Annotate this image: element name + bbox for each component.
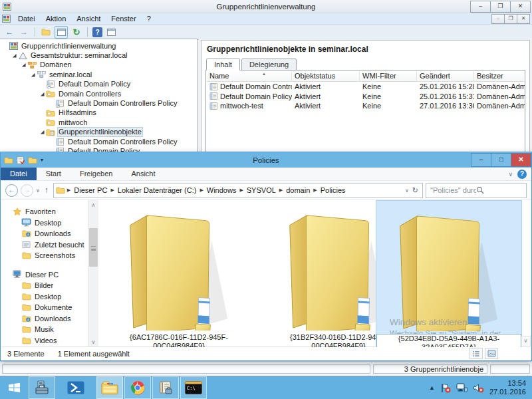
tree-item[interactable]: Gruppenrichtlinienobjekte [0,128,197,137]
mdi-restore-button[interactable]: ❐ [504,14,517,24]
show-console-tree-icon[interactable] [55,26,68,39]
tree-item[interactable]: Default Domain Policy [0,80,197,89]
tree-item-label[interactable]: Gesamtstruktur: seminar.local [29,51,129,60]
menu-item-help[interactable]: ? [142,15,156,23]
sidebar-item-desktop[interactable]: Desktop [1,291,88,303]
breadcrumb-segment[interactable]: SYSVOL [244,186,279,194]
sidebar-item-downloads[interactable]: Downloads [1,228,88,239]
ribbon-expand-chevron-icon[interactable]: ∨ [508,171,513,178]
new-window-icon[interactable] [105,27,117,38]
tree-item[interactable]: seminar.local [0,70,197,79]
qat-new-folder-icon[interactable] [28,156,37,164]
tree-item-label[interactable]: Default Domain Controllers Policy [66,138,178,146]
gpo-cell[interactable]: mittwoch-test [207,102,292,110]
search-icon[interactable] [476,186,522,194]
action-center-flag-icon[interactable] [440,383,451,393]
tree-expander-icon[interactable] [29,72,37,77]
nav-forward-button[interactable]: → [21,184,33,197]
gpo-table-row[interactable]: mittwoch-testAktiviertKeine27.01.2016 13… [207,101,524,111]
tree-item-label[interactable]: Default Domain Controllers Policy [66,99,178,108]
breadcrumb-segment[interactable]: Dieser PC [71,186,110,194]
gpmc-restore-button[interactable]: ❐ [490,1,511,13]
explorer-help-icon[interactable]: ? [517,170,527,179]
sidebar-item-zuletzt-besucht[interactable]: Zuletzt besucht [1,239,88,251]
volume-muted-icon[interactable] [473,383,484,393]
content-scrollbar[interactable]: ∨ [521,200,531,347]
taskbar-app-server-manager[interactable] [29,376,55,399]
tree-item-label[interactable]: Gruppenrichtlinienverwaltung [20,42,117,51]
tree-item[interactable]: Domain Controllers [0,89,197,98]
folder-tile[interactable]: {52D34E8D-D5A9-449B-A1A3-32A03F455D7A} [376,200,522,346]
folder-name-label[interactable]: {52D34E8D-D5A9-449B-A1A3-32A03F455D7A} [376,334,521,347]
menu-item-aktion[interactable]: Aktion [41,15,72,23]
breadcrumb-separator-icon[interactable]: ▶ [279,188,283,193]
tree-item[interactable]: Gruppenrichtlinienverwaltung [0,41,197,51]
folder-tile[interactable]: {6AC1786C-016F-11D2-945F-00C04fB984F9} [110,200,247,346]
tree-item-label[interactable]: Default Domain Policy [57,80,132,88]
export-folder-icon[interactable] [40,27,52,38]
folder-icon[interactable] [376,201,521,331]
refresh-icon[interactable]: ↻ [70,27,82,38]
sidebar-item-bilder[interactable]: Bilder [1,280,88,291]
menu-item-datei[interactable]: Datei [13,15,41,23]
tab-inhalt[interactable]: Inhalt [206,59,240,70]
folder-name-label[interactable]: {6AC1786C-016F-11D2-945F-00C04fB984F9} [110,333,247,347]
breadcrumb-segment[interactable]: domain [283,186,313,194]
address-refresh-icon[interactable]: ↻ [412,186,418,195]
network-icon[interactable] [456,383,467,392]
tree-item[interactable]: Gesamtstruktur: seminar.local [0,51,197,60]
mdi-minimize-button[interactable]: – [491,14,505,24]
gpmc-minimize-button[interactable]: – [470,1,491,13]
breadcrumb-segment[interactable]: Policies [318,186,348,194]
column-header-name[interactable]: Name▲ [207,71,292,81]
forward-arrow-icon[interactable]: → [18,27,30,38]
column-header-ge-ndert[interactable]: Geändert [417,71,474,81]
explorer-maximize-button[interactable]: □ [491,153,511,167]
scroll-up-icon[interactable]: ∧ [88,200,98,210]
sidebar-group-dieser-pc[interactable]: Dieser PC [1,269,88,281]
sidebar-item-desktop[interactable]: Desktop [1,217,88,229]
taskbar-clock[interactable]: 13:54 27.01.2016 [489,379,526,396]
large-icons-view-icon[interactable] [485,348,498,359]
taskbar-app-powershell[interactable] [65,376,86,399]
details-view-icon[interactable] [469,348,483,359]
gpo-table-row[interactable]: Default Domain Controllers...AktiviertKe… [207,82,524,92]
breadcrumb-separator-icon[interactable]: ▶ [110,188,114,193]
folder-icon[interactable] [110,200,247,331]
search-input[interactable]: "Policies" durchsuchen [426,183,527,198]
explorer-minimize-button[interactable]: – [471,153,491,167]
gpo-table-row[interactable]: Default Domain PolicyAktiviertKeine25.01… [207,92,524,102]
up-one-level-button[interactable]: ↑ [43,186,51,195]
column-header-besitzer[interactable]: Besitzer [474,71,525,81]
taskbar-app-file-explorer[interactable] [96,376,123,399]
tree-item-label[interactable]: Domain Controllers [57,90,122,98]
tree-expander-icon[interactable] [20,63,27,67]
breadcrumb-separator-icon[interactable]: ▶ [313,188,317,193]
column-header-wmi-filter[interactable]: WMI-Filter [360,71,417,81]
sidebar-group-favoriten[interactable]: Favoriten [1,206,88,217]
ribbon-tab-start[interactable]: Start [37,168,70,180]
gpmc-close-button[interactable]: ✕ [510,1,531,13]
tree-item[interactable]: Default Domain Controllers Policy [0,137,197,146]
address-dropdown-chevron-icon[interactable]: ∨ [405,188,409,194]
sidebar-item-screenshots[interactable]: Screenshots [1,250,88,261]
back-arrow-icon[interactable]: ← [3,27,15,38]
qat-properties-icon[interactable] [17,156,25,164]
breadcrumb-segment[interactable]: Lokaler Datenträger (C:) [115,186,200,194]
tree-expander-icon[interactable] [39,130,46,134]
scrollbar-thumb[interactable] [89,228,98,267]
gpo-cell[interactable]: Default Domain Policy [207,92,292,100]
tree-item-label[interactable]: Domänen [39,61,73,69]
start-button[interactable] [0,376,28,399]
sidebar-item-musik[interactable]: Musik [1,324,88,335]
nav-back-button[interactable]: ← [5,184,18,197]
scroll-down-icon[interactable]: ∨ [88,337,98,347]
explorer-close-button[interactable]: ✕ [511,153,531,167]
taskbar-app-chrome[interactable] [124,376,151,399]
ribbon-tab-ansicht[interactable]: Ansicht [122,168,164,180]
menu-item-fenster[interactable]: Fenster [106,15,141,23]
scroll-down-icon[interactable]: ∨ [521,336,531,347]
breadcrumb-segment[interactable]: Windows [204,186,239,194]
tree-item[interactable]: Default Domain Controllers Policy [0,98,197,108]
ribbon-tab-datei[interactable]: Datei [1,168,37,180]
